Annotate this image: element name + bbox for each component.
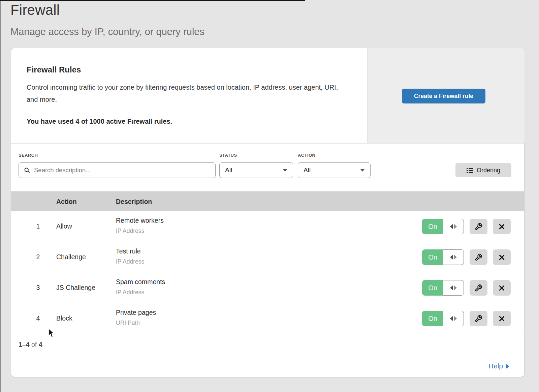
rule-enabled-toggle[interactable]: On	[422, 311, 464, 326]
rule-description: Remote workers	[116, 217, 164, 224]
rule-controls: On	[422, 311, 511, 326]
create-firewall-rule-button[interactable]: Create a Firewall rule	[402, 89, 485, 103]
caret-left-icon	[450, 224, 453, 229]
rule-controls: On	[422, 280, 511, 296]
caret-right-icon	[454, 285, 457, 290]
rules-card-description: Control incoming traffic to your zone by…	[27, 81, 347, 105]
status-label: STATUS	[219, 153, 237, 158]
rule-description: Private pages	[116, 309, 156, 316]
edit-rule-button[interactable]	[470, 311, 487, 326]
rule-action: Block	[56, 314, 72, 322]
rule-match-type: URI Path	[116, 320, 140, 327]
pagination-of-label: of	[31, 341, 37, 348]
rule-controls: On	[422, 219, 511, 234]
window-top-edge	[0, 0, 305, 1]
close-icon	[498, 315, 505, 322]
help-row: Help	[11, 355, 524, 377]
caret-right-icon	[454, 255, 457, 260]
rule-action: Allow	[56, 222, 72, 230]
wrench-icon	[475, 284, 482, 292]
chevron-down-icon	[283, 169, 287, 172]
rule-match-type: IP Address	[116, 258, 144, 265]
ordering-button-label: Ordering	[477, 167, 500, 174]
delete-rule-button[interactable]	[493, 311, 511, 326]
ordered-list-icon	[467, 168, 473, 173]
pagination-summary: 1–4 of 4	[19, 341, 42, 349]
search-input[interactable]	[33, 163, 215, 177]
rule-enabled-toggle[interactable]: On	[422, 280, 464, 296]
rule-priority: 1	[31, 222, 45, 230]
action-select-value: All	[304, 167, 311, 174]
action-label: ACTION	[298, 153, 315, 158]
rules-usage-note: You have used 4 of 1000 active Firewall …	[27, 118, 172, 125]
table-row: 2 Challenge Test rule IP Address On	[11, 242, 524, 273]
search-icon	[24, 167, 30, 174]
table-header: Action Description	[11, 191, 524, 212]
edit-rule-button[interactable]	[470, 249, 487, 265]
rules-card-side-panel: Create a Firewall rule	[367, 48, 525, 143]
search-label: SEARCH	[19, 153, 38, 158]
toggle-handle[interactable]	[443, 219, 464, 234]
rule-enabled-toggle[interactable]: On	[422, 219, 464, 234]
toggle-on-label: On	[422, 219, 443, 234]
status-select[interactable]: All	[219, 162, 293, 178]
wrench-icon	[475, 315, 482, 323]
page-title: Firewall	[10, 2, 60, 18]
caret-right-icon	[454, 224, 457, 229]
caret-right-icon	[454, 316, 457, 321]
rule-controls: On	[422, 249, 511, 265]
column-header-action: Action	[56, 198, 77, 206]
close-icon	[498, 284, 505, 292]
pagination-total: 4	[39, 341, 42, 348]
ordering-button[interactable]: Ordering	[455, 163, 511, 177]
chevron-down-icon	[360, 169, 365, 172]
pagination-range: 1–4	[19, 341, 30, 348]
caret-left-icon	[450, 285, 453, 290]
help-link[interactable]: Help	[488, 362, 509, 370]
rule-action: Challenge	[56, 253, 86, 261]
close-icon	[498, 223, 505, 230]
rule-priority: 2	[31, 253, 45, 261]
toggle-on-label: On	[422, 249, 443, 265]
toggle-on-label: On	[422, 311, 443, 326]
rule-enabled-toggle[interactable]: On	[422, 249, 464, 265]
edit-rule-button[interactable]	[470, 280, 487, 296]
wrench-icon	[475, 223, 482, 231]
close-icon	[498, 254, 505, 261]
rule-description: Spam comments	[116, 278, 165, 286]
table-row: 3 JS Challenge Spam comments IP Address …	[11, 273, 524, 304]
wrench-icon	[475, 253, 482, 261]
toggle-handle[interactable]	[443, 249, 464, 265]
firewall-page: Firewall Manage access by IP, country, o…	[0, 0, 539, 392]
caret-left-icon	[450, 316, 453, 321]
column-header-description: Description	[116, 198, 152, 206]
search-box[interactable]	[19, 162, 216, 178]
firewall-rules-card: Firewall Rules Control incoming traffic …	[11, 48, 524, 377]
delete-rule-button[interactable]	[493, 280, 511, 296]
rule-match-type: IP Address	[116, 228, 144, 235]
delete-rule-button[interactable]	[493, 219, 511, 234]
caret-left-icon	[450, 255, 453, 260]
window-left-edge	[0, 0, 1, 392]
help-link-label: Help	[488, 362, 503, 370]
rule-priority: 4	[31, 314, 45, 322]
table-row: 4 Block Private pages URI Path On	[11, 303, 524, 334]
rules-card-title: Firewall Rules	[27, 65, 81, 74]
rule-description: Test rule	[116, 247, 141, 255]
edit-rule-button[interactable]	[470, 219, 487, 234]
rules-card-header-section: Firewall Rules Control incoming traffic …	[11, 48, 524, 144]
page-subtitle: Manage access by IP, country, or query r…	[10, 26, 204, 37]
arrow-right-icon	[506, 364, 509, 369]
toggle-on-label: On	[422, 280, 443, 296]
rule-priority: 3	[31, 284, 45, 292]
delete-rule-button[interactable]	[493, 249, 511, 265]
toggle-handle[interactable]	[443, 311, 464, 326]
pagination-row: 1–4 of 4	[11, 334, 524, 355]
rule-action: JS Challenge	[56, 284, 95, 292]
toggle-handle[interactable]	[443, 280, 464, 296]
status-select-value: All	[225, 167, 232, 174]
action-select[interactable]: All	[298, 162, 371, 178]
rule-match-type: IP Address	[116, 289, 144, 296]
table-row: 1 Allow Remote workers IP Address On	[11, 211, 524, 242]
